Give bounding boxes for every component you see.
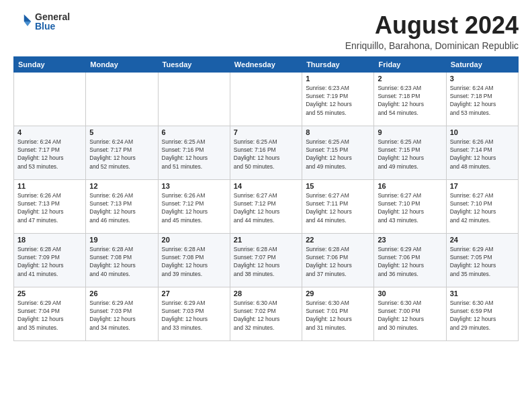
- calendar-cell: 25Sunrise: 6:29 AMSunset: 7:04 PMDayligh…: [14, 287, 86, 340]
- day-number: 19: [89, 236, 154, 244]
- day-info: Sunrise: 6:25 AMSunset: 7:16 PMDaylight:…: [234, 138, 298, 171]
- day-number: 8: [306, 128, 370, 136]
- calendar-cell: 28Sunrise: 6:30 AMSunset: 7:02 PMDayligh…: [230, 287, 302, 340]
- calendar-cell: 26Sunrise: 6:29 AMSunset: 7:03 PMDayligh…: [86, 287, 158, 340]
- calendar-cell: 4Sunrise: 6:24 AMSunset: 7:17 PMDaylight…: [14, 126, 86, 179]
- calendar-cell: 1Sunrise: 6:23 AMSunset: 7:19 PMDaylight…: [302, 72, 374, 126]
- header-row: Sunday Monday Tuesday Wednesday Thursday…: [14, 56, 519, 72]
- calendar-cell: 11Sunrise: 6:26 AMSunset: 7:13 PMDayligh…: [14, 179, 86, 233]
- col-tuesday: Tuesday: [158, 56, 230, 72]
- calendar-cell: 6Sunrise: 6:25 AMSunset: 7:16 PMDaylight…: [158, 126, 230, 179]
- header: General Blue August 2024 Enriquillo, Bar…: [13, 12, 519, 51]
- calendar-week-3: 11Sunrise: 6:26 AMSunset: 7:13 PMDayligh…: [14, 179, 519, 233]
- day-number: 5: [89, 128, 154, 136]
- calendar-body: 1Sunrise: 6:23 AMSunset: 7:19 PMDaylight…: [14, 72, 519, 340]
- day-number: 28: [234, 289, 298, 298]
- calendar-cell: 15Sunrise: 6:27 AMSunset: 7:11 PMDayligh…: [302, 179, 374, 233]
- calendar-cell: 31Sunrise: 6:30 AMSunset: 6:59 PMDayligh…: [446, 287, 518, 340]
- day-info: Sunrise: 6:30 AMSunset: 7:01 PMDaylight:…: [306, 299, 370, 332]
- day-info: Sunrise: 6:29 AMSunset: 7:04 PMDaylight:…: [17, 299, 82, 332]
- title-area: August 2024 Enriquillo, Barahona, Domini…: [345, 12, 519, 51]
- day-info: Sunrise: 6:29 AMSunset: 7:03 PMDaylight:…: [89, 299, 154, 332]
- day-number: 2: [378, 75, 442, 83]
- day-info: Sunrise: 6:29 AMSunset: 7:05 PMDaylight:…: [450, 245, 515, 278]
- calendar-week-4: 18Sunrise: 6:28 AMSunset: 7:09 PMDayligh…: [14, 233, 519, 287]
- calendar-cell: [230, 72, 302, 126]
- calendar-cell: 21Sunrise: 6:28 AMSunset: 7:07 PMDayligh…: [230, 233, 302, 287]
- day-number: 31: [450, 289, 515, 298]
- day-number: 25: [17, 289, 82, 298]
- day-number: 24: [450, 236, 515, 244]
- col-monday: Monday: [86, 56, 158, 72]
- col-sunday: Sunday: [14, 56, 86, 72]
- col-wednesday: Wednesday: [230, 56, 302, 72]
- day-number: 3: [450, 75, 515, 83]
- day-info: Sunrise: 6:26 AMSunset: 7:13 PMDaylight:…: [17, 191, 82, 224]
- day-info: Sunrise: 6:24 AMSunset: 7:18 PMDaylight:…: [450, 84, 515, 117]
- day-info: Sunrise: 6:24 AMSunset: 7:17 PMDaylight:…: [17, 138, 82, 171]
- calendar-cell: [86, 72, 158, 126]
- calendar-cell: 10Sunrise: 6:26 AMSunset: 7:14 PMDayligh…: [446, 126, 518, 179]
- calendar-cell: 18Sunrise: 6:28 AMSunset: 7:09 PMDayligh…: [14, 233, 86, 287]
- day-info: Sunrise: 6:26 AMSunset: 7:12 PMDaylight:…: [162, 191, 226, 224]
- day-number: 26: [89, 289, 154, 298]
- day-number: 11: [17, 182, 82, 190]
- day-number: 1: [306, 75, 370, 83]
- calendar-cell: 5Sunrise: 6:24 AMSunset: 7:17 PMDaylight…: [86, 126, 158, 179]
- day-info: Sunrise: 6:28 AMSunset: 7:08 PMDaylight:…: [162, 245, 226, 278]
- day-number: 7: [234, 128, 298, 136]
- day-number: 22: [306, 236, 370, 244]
- calendar-cell: 7Sunrise: 6:25 AMSunset: 7:16 PMDaylight…: [230, 126, 302, 179]
- day-info: Sunrise: 6:28 AMSunset: 7:07 PMDaylight:…: [234, 245, 298, 278]
- calendar-cell: 3Sunrise: 6:24 AMSunset: 7:18 PMDaylight…: [446, 72, 518, 126]
- col-thursday: Thursday: [302, 56, 374, 72]
- day-info: Sunrise: 6:30 AMSunset: 7:02 PMDaylight:…: [234, 299, 298, 332]
- day-number: 12: [89, 182, 154, 190]
- logo-blue: Blue: [35, 21, 70, 31]
- day-info: Sunrise: 6:24 AMSunset: 7:17 PMDaylight:…: [89, 138, 154, 171]
- calendar-cell: 29Sunrise: 6:30 AMSunset: 7:01 PMDayligh…: [302, 287, 374, 340]
- day-number: 30: [378, 289, 442, 298]
- day-info: Sunrise: 6:29 AMSunset: 7:06 PMDaylight:…: [378, 245, 442, 278]
- day-info: Sunrise: 6:28 AMSunset: 7:08 PMDaylight:…: [89, 245, 154, 278]
- day-number: 23: [378, 236, 442, 244]
- calendar-week-5: 25Sunrise: 6:29 AMSunset: 7:04 PMDayligh…: [14, 287, 519, 340]
- calendar-week-2: 4Sunrise: 6:24 AMSunset: 7:17 PMDaylight…: [14, 126, 519, 179]
- day-info: Sunrise: 6:30 AMSunset: 6:59 PMDaylight:…: [450, 299, 515, 332]
- calendar-cell: 22Sunrise: 6:28 AMSunset: 7:06 PMDayligh…: [302, 233, 374, 287]
- logo-icon: [13, 12, 32, 31]
- day-info: Sunrise: 6:27 AMSunset: 7:10 PMDaylight:…: [450, 191, 515, 224]
- calendar-cell: 17Sunrise: 6:27 AMSunset: 7:10 PMDayligh…: [446, 179, 518, 233]
- calendar-cell: 9Sunrise: 6:25 AMSunset: 7:15 PMDaylight…: [374, 126, 446, 179]
- day-info: Sunrise: 6:25 AMSunset: 7:15 PMDaylight:…: [306, 138, 370, 171]
- day-info: Sunrise: 6:25 AMSunset: 7:16 PMDaylight:…: [162, 138, 226, 171]
- calendar-cell: 27Sunrise: 6:29 AMSunset: 7:03 PMDayligh…: [158, 287, 230, 340]
- day-info: Sunrise: 6:25 AMSunset: 7:15 PMDaylight:…: [378, 138, 442, 171]
- calendar-cell: 19Sunrise: 6:28 AMSunset: 7:08 PMDayligh…: [86, 233, 158, 287]
- logo-general: General: [35, 12, 70, 21]
- day-number: 29: [306, 289, 370, 298]
- calendar-cell: 16Sunrise: 6:27 AMSunset: 7:10 PMDayligh…: [374, 179, 446, 233]
- day-info: Sunrise: 6:27 AMSunset: 7:12 PMDaylight:…: [234, 191, 298, 224]
- day-number: 27: [162, 289, 226, 298]
- page: General Blue August 2024 Enriquillo, Bar…: [0, 0, 532, 411]
- day-info: Sunrise: 6:26 AMSunset: 7:14 PMDaylight:…: [450, 138, 515, 171]
- day-number: 10: [450, 128, 515, 136]
- calendar-cell: 30Sunrise: 6:30 AMSunset: 7:00 PMDayligh…: [374, 287, 446, 340]
- day-info: Sunrise: 6:28 AMSunset: 7:09 PMDaylight:…: [17, 245, 82, 278]
- day-info: Sunrise: 6:23 AMSunset: 7:18 PMDaylight:…: [378, 84, 442, 117]
- main-title: August 2024: [345, 12, 519, 39]
- day-number: 6: [162, 128, 226, 136]
- subtitle: Enriquillo, Barahona, Dominican Republic: [345, 40, 519, 51]
- calendar: Sunday Monday Tuesday Wednesday Thursday…: [13, 56, 519, 341]
- day-number: 13: [162, 182, 226, 190]
- day-info: Sunrise: 6:29 AMSunset: 7:03 PMDaylight:…: [162, 299, 226, 332]
- calendar-cell: 13Sunrise: 6:26 AMSunset: 7:12 PMDayligh…: [158, 179, 230, 233]
- day-number: 20: [162, 236, 226, 244]
- calendar-week-1: 1Sunrise: 6:23 AMSunset: 7:19 PMDaylight…: [14, 72, 519, 126]
- day-number: 4: [17, 128, 82, 136]
- day-info: Sunrise: 6:23 AMSunset: 7:19 PMDaylight:…: [306, 84, 370, 117]
- day-info: Sunrise: 6:27 AMSunset: 7:10 PMDaylight:…: [378, 191, 442, 224]
- calendar-cell: [158, 72, 230, 126]
- calendar-cell: 24Sunrise: 6:29 AMSunset: 7:05 PMDayligh…: [446, 233, 518, 287]
